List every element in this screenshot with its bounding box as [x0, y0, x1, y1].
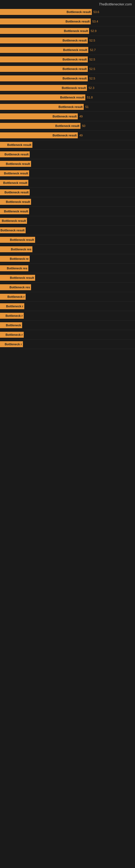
list-item: Bottleneck result53.4 [0, 17, 135, 26]
bar-value: 53.6 [92, 10, 99, 13]
bar-value: 52.9 [89, 29, 96, 33]
bar-label: Bottleneck result [55, 124, 79, 127]
bar: Bottleneck result [0, 66, 88, 72]
bar-label: Bottleneck result [58, 105, 83, 108]
list-item: Bottleneck result [0, 169, 135, 178]
bar-label: Bottleneck r [7, 295, 25, 299]
header: TheBottlenecker.com [0, 0, 135, 7]
bar-label: Bottleneck result [5, 153, 29, 156]
bar-label: Bottleneck r [5, 333, 23, 336]
list-item: Bottleneck result [0, 188, 135, 197]
list-item: Bottleneck r [0, 292, 135, 302]
bar-label: Bottleneck result [3, 181, 27, 184]
bar: Bottleneck result [0, 56, 88, 62]
bar-label: Bottleneck result [4, 210, 28, 213]
bar: Bottleneck result [0, 104, 84, 110]
bar: Bottleneck result [0, 237, 35, 243]
bar: Bottleneck result [0, 19, 91, 24]
bar-value: 52.7 [88, 48, 96, 52]
bar: Bottleneck result [0, 199, 31, 205]
bar: Bottleneck result [0, 161, 31, 167]
bar-value: 52.5 [88, 67, 95, 70]
list-item: Bottleneck result51.8 [0, 93, 135, 102]
list-item: Bottleneck result52.3 [0, 83, 135, 93]
bar-value: 49 [78, 115, 83, 118]
list-item: Bottleneck result51 [0, 102, 135, 112]
list-item: Bottleneck result52.9 [0, 26, 135, 36]
list-item: Bottleneck result49 [0, 131, 135, 140]
bar-label: Bottleneck result [60, 96, 84, 99]
bar: Bottleneck r [0, 332, 24, 338]
bar-value: 49 [78, 134, 83, 137]
bar-value: 51.8 [85, 96, 93, 99]
bar-label: Bottleneck result [53, 115, 77, 118]
bar-label: Bottleneck result [64, 29, 88, 33]
bar-label: Bottleneck result [65, 20, 90, 23]
bar: Bottleneck result [0, 28, 89, 34]
list-item: Bottleneck result [0, 207, 135, 216]
list-item: Bottleneck result [0, 273, 135, 283]
bar: Bottleneck result [0, 132, 78, 138]
list-item: Bottleneck result [0, 216, 135, 226]
list-item: Bottleneck res [0, 245, 135, 254]
list-item: Bottleneck result [0, 226, 135, 235]
bar: Bottleneck result [0, 275, 35, 281]
bar-label: Bottleneck re [10, 257, 29, 260]
bar-value: 53.4 [91, 20, 98, 23]
bar: Bottleneck result [0, 75, 88, 82]
list-item: Bottleneck r [0, 330, 135, 340]
bar: Bottleneck result [0, 113, 78, 119]
bar: Bottleneck result [0, 9, 92, 15]
list-item: Bottleneck re [0, 254, 135, 264]
list-item: Bottleneck result50 [0, 121, 135, 131]
bar-label: Bottleneck result [53, 134, 77, 137]
bar: Bottleneck result [0, 218, 27, 224]
list-item: Bottleneck result [0, 150, 135, 159]
bar: Bottleneck r [0, 341, 23, 347]
bar: Bottleneck result [0, 151, 30, 157]
bar-label: Bottleneck r [5, 343, 22, 346]
bar-label: Bottleneck r [6, 305, 23, 308]
bar-label: Bottleneck result [4, 172, 28, 175]
bar: Bottleneck result [0, 208, 29, 214]
bar: Bottleneck res [0, 265, 28, 271]
bar-label: Bottleneck res [11, 248, 31, 251]
bar: Bottleneck result [0, 180, 28, 186]
list-item: Bottleneck r [0, 340, 135, 349]
list-item: Bottleneck result52.5 [0, 74, 135, 83]
bar-label: Bottleneck result [5, 191, 29, 194]
list-item: Bottleneck result [0, 235, 135, 245]
bar: Bottleneck result [0, 37, 88, 43]
bar-label: Bottleneck result [67, 10, 91, 13]
bar-label: Bottleneck result [62, 86, 86, 90]
bar: Bottleneck re [0, 256, 30, 262]
list-item: Bottleneck res [0, 264, 135, 273]
bar-label: Bottleneck result [2, 219, 26, 222]
bar-label: Bottleneck result [63, 58, 87, 61]
bar-value: 51 [84, 105, 89, 108]
list-item: Bottleneck result [0, 197, 135, 207]
bar: Bottleneck result [0, 123, 81, 129]
bar-value: 50 [81, 124, 85, 127]
list-item: Bottleneck res [0, 283, 135, 292]
bar: Bottleneck r [0, 294, 26, 300]
bar-label: Bottleneck res [7, 267, 27, 270]
bar: Bottleneck result [0, 170, 29, 176]
list-item: Bottleneck result52.5 [0, 55, 135, 64]
bar: Bottleneck result [0, 94, 85, 100]
bar: Bottleneck res [0, 284, 31, 290]
bar-label: Bottleneck res [9, 286, 30, 289]
list-item: Bottleneck result52.7 [0, 45, 135, 55]
bar-value: 52.5 [88, 77, 95, 80]
bar: Bottleneck res [0, 246, 32, 252]
bar-label: Bottleneck result [7, 143, 31, 147]
list-item: Bottleneck result [0, 159, 135, 169]
bar: Bottleneck [0, 322, 22, 328]
bar-value: 52.5 [88, 58, 95, 61]
bar-label: Bottleneck result [63, 67, 87, 70]
bar-value: 52.3 [87, 86, 94, 90]
bar-chart: Bottleneck result53.6Bottleneck result53… [0, 7, 135, 349]
list-item: Bottleneck result [0, 178, 135, 188]
bar-label: Bottleneck result [63, 48, 87, 52]
bar: Bottleneck r [0, 313, 24, 319]
